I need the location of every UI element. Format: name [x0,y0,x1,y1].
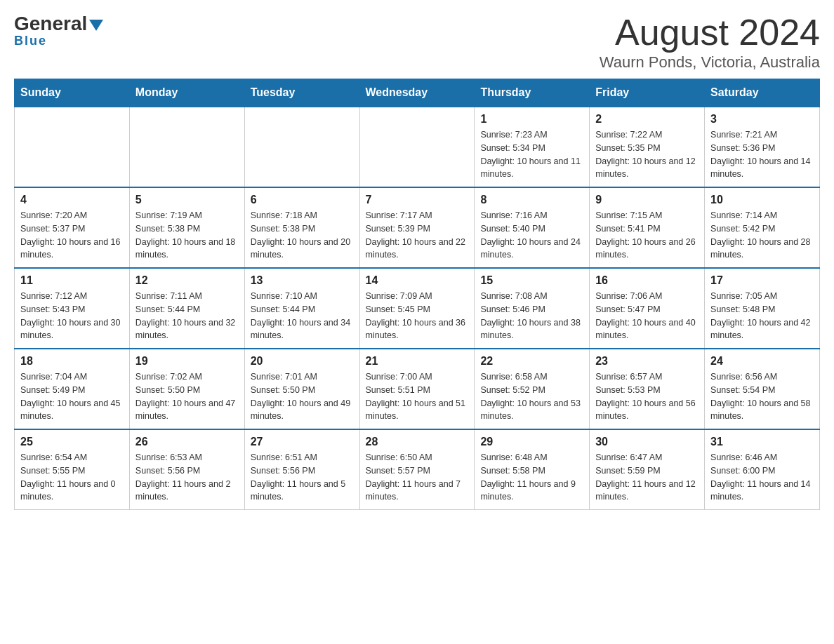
calendar-cell: 1Sunrise: 7:23 AM Sunset: 5:34 PM Daylig… [475,107,590,187]
day-number: 24 [710,355,814,368]
column-header-thursday: Thursday [475,79,590,107]
day-info: Sunrise: 7:17 AM Sunset: 5:39 PM Dayligh… [366,209,469,262]
day-info: Sunrise: 6:56 AM Sunset: 5:54 PM Dayligh… [710,370,814,423]
day-info: Sunrise: 7:18 AM Sunset: 5:38 PM Dayligh… [251,209,354,262]
day-number: 6 [251,194,354,206]
calendar-cell: 2Sunrise: 7:22 AM Sunset: 5:35 PM Daylig… [590,107,705,187]
header-row: SundayMondayTuesdayWednesdayThursdayFrid… [15,79,820,107]
calendar-cell: 24Sunrise: 6:56 AM Sunset: 5:54 PM Dayli… [705,349,820,429]
page-header: General Blue August 2024 Waurn Ponds, Vi… [14,14,820,72]
day-number: 16 [595,274,699,287]
column-header-monday: Monday [129,79,244,107]
day-info: Sunrise: 7:19 AM Sunset: 5:38 PM Dayligh… [135,209,239,262]
day-number: 8 [480,194,583,206]
column-header-tuesday: Tuesday [244,79,359,107]
calendar-cell: 7Sunrise: 7:17 AM Sunset: 5:39 PM Daylig… [359,187,475,268]
day-number: 14 [366,274,469,287]
week-row-3: 11Sunrise: 7:12 AM Sunset: 5:43 PM Dayli… [15,268,820,349]
day-info: Sunrise: 6:53 AM Sunset: 5:56 PM Dayligh… [135,451,239,504]
day-number: 30 [595,436,699,448]
day-info: Sunrise: 7:20 AM Sunset: 5:37 PM Dayligh… [20,209,124,262]
logo-triangle-icon [89,20,103,31]
day-info: Sunrise: 7:06 AM Sunset: 5:47 PM Dayligh… [595,290,699,342]
day-info: Sunrise: 6:57 AM Sunset: 5:53 PM Dayligh… [595,370,699,423]
calendar-cell: 21Sunrise: 7:00 AM Sunset: 5:51 PM Dayli… [359,349,475,429]
day-info: Sunrise: 7:11 AM Sunset: 5:44 PM Dayligh… [135,290,239,342]
day-number: 28 [366,436,469,448]
day-number: 22 [480,355,583,368]
calendar-cell: 13Sunrise: 7:10 AM Sunset: 5:44 PM Dayli… [244,268,359,349]
day-number: 10 [710,194,814,206]
calendar-cell [129,107,244,187]
calendar-cell: 30Sunrise: 6:47 AM Sunset: 5:59 PM Dayli… [590,429,705,510]
day-info: Sunrise: 6:46 AM Sunset: 6:00 PM Dayligh… [710,451,814,504]
day-info: Sunrise: 7:10 AM Sunset: 5:44 PM Dayligh… [251,290,354,342]
day-number: 27 [251,436,354,448]
calendar-cell: 19Sunrise: 7:02 AM Sunset: 5:50 PM Dayli… [129,349,244,429]
day-number: 19 [135,355,239,368]
calendar-cell: 4Sunrise: 7:20 AM Sunset: 5:37 PM Daylig… [15,187,130,268]
column-header-friday: Friday [590,79,705,107]
calendar-cell: 25Sunrise: 6:54 AM Sunset: 5:55 PM Dayli… [15,429,130,510]
day-info: Sunrise: 7:01 AM Sunset: 5:50 PM Dayligh… [251,370,354,423]
day-number: 29 [480,436,583,448]
column-header-sunday: Sunday [15,79,130,107]
calendar-cell: 12Sunrise: 7:11 AM Sunset: 5:44 PM Dayli… [129,268,244,349]
day-number: 17 [710,274,814,287]
day-info: Sunrise: 7:04 AM Sunset: 5:49 PM Dayligh… [20,370,124,423]
subtitle: Waurn Ponds, Victoria, Australia [600,53,820,72]
day-number: 15 [480,274,583,287]
day-number: 20 [251,355,354,368]
day-number: 9 [595,194,699,206]
day-number: 2 [595,113,699,126]
day-info: Sunrise: 6:58 AM Sunset: 5:52 PM Dayligh… [480,370,583,423]
column-header-wednesday: Wednesday [359,79,475,107]
week-row-2: 4Sunrise: 7:20 AM Sunset: 5:37 PM Daylig… [15,187,820,268]
day-number: 4 [20,194,124,206]
calendar-cell: 8Sunrise: 7:16 AM Sunset: 5:40 PM Daylig… [475,187,590,268]
calendar-cell [15,107,130,187]
day-number: 3 [710,113,814,126]
day-number: 21 [366,355,469,368]
calendar-cell: 20Sunrise: 7:01 AM Sunset: 5:50 PM Dayli… [244,349,359,429]
day-number: 25 [20,436,124,448]
calendar-cell: 22Sunrise: 6:58 AM Sunset: 5:52 PM Dayli… [475,349,590,429]
day-number: 5 [135,194,239,206]
day-info: Sunrise: 7:16 AM Sunset: 5:40 PM Dayligh… [480,209,583,262]
week-row-1: 1Sunrise: 7:23 AM Sunset: 5:34 PM Daylig… [15,107,820,187]
day-info: Sunrise: 7:21 AM Sunset: 5:36 PM Dayligh… [710,128,814,181]
calendar-cell: 11Sunrise: 7:12 AM Sunset: 5:43 PM Dayli… [15,268,130,349]
calendar-cell: 9Sunrise: 7:15 AM Sunset: 5:41 PM Daylig… [590,187,705,268]
day-number: 11 [20,274,124,287]
day-number: 12 [135,274,239,287]
calendar-cell: 6Sunrise: 7:18 AM Sunset: 5:38 PM Daylig… [244,187,359,268]
calendar-cell: 23Sunrise: 6:57 AM Sunset: 5:53 PM Dayli… [590,349,705,429]
calendar-table: SundayMondayTuesdayWednesdayThursdayFrid… [14,79,820,510]
day-info: Sunrise: 7:23 AM Sunset: 5:34 PM Dayligh… [480,128,583,181]
calendar-cell [244,107,359,187]
week-row-5: 25Sunrise: 6:54 AM Sunset: 5:55 PM Dayli… [15,429,820,510]
day-number: 7 [366,194,469,206]
calendar-cell: 5Sunrise: 7:19 AM Sunset: 5:38 PM Daylig… [129,187,244,268]
calendar-cell: 28Sunrise: 6:50 AM Sunset: 5:57 PM Dayli… [359,429,475,510]
day-number: 13 [251,274,354,287]
column-header-saturday: Saturday [705,79,820,107]
calendar-cell: 29Sunrise: 6:48 AM Sunset: 5:58 PM Dayli… [475,429,590,510]
calendar-cell: 10Sunrise: 7:14 AM Sunset: 5:42 PM Dayli… [705,187,820,268]
calendar-cell: 14Sunrise: 7:09 AM Sunset: 5:45 PM Dayli… [359,268,475,349]
day-number: 1 [480,113,583,126]
day-info: Sunrise: 6:50 AM Sunset: 5:57 PM Dayligh… [366,451,469,504]
day-info: Sunrise: 7:14 AM Sunset: 5:42 PM Dayligh… [710,209,814,262]
day-info: Sunrise: 7:08 AM Sunset: 5:46 PM Dayligh… [480,290,583,342]
day-info: Sunrise: 7:02 AM Sunset: 5:50 PM Dayligh… [135,370,239,423]
title-block: August 2024 Waurn Ponds, Victoria, Austr… [600,14,820,72]
day-number: 26 [135,436,239,448]
logo: General Blue [14,14,103,48]
calendar-cell: 16Sunrise: 7:06 AM Sunset: 5:47 PM Dayli… [590,268,705,349]
logo-blue: Blue [14,34,47,48]
day-info: Sunrise: 6:48 AM Sunset: 5:58 PM Dayligh… [480,451,583,504]
day-info: Sunrise: 6:47 AM Sunset: 5:59 PM Dayligh… [595,451,699,504]
day-info: Sunrise: 6:51 AM Sunset: 5:56 PM Dayligh… [251,451,354,504]
day-info: Sunrise: 7:00 AM Sunset: 5:51 PM Dayligh… [366,370,469,423]
calendar-cell: 27Sunrise: 6:51 AM Sunset: 5:56 PM Dayli… [244,429,359,510]
